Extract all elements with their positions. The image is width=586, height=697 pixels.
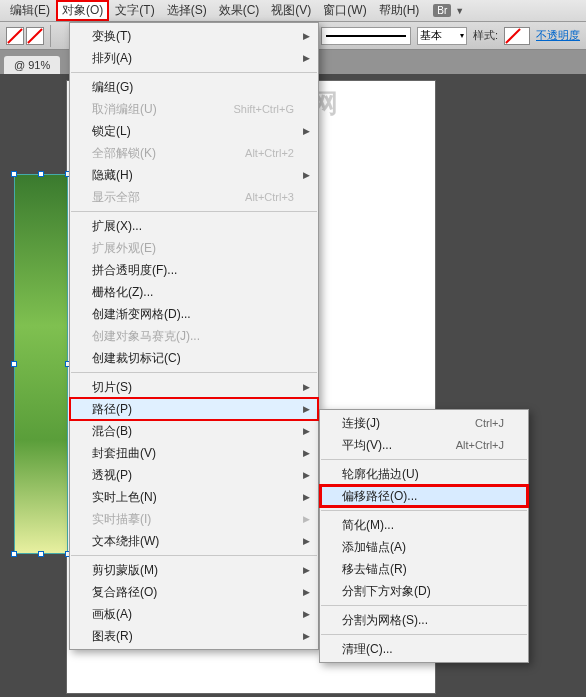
bridge-icon[interactable]: Br (433, 4, 451, 17)
menu-item-label: 栅格化(Z)... (92, 284, 294, 301)
menu-item-label: 封套扭曲(V) (92, 445, 294, 462)
menu-item-label: 取消编组(U) (92, 101, 233, 118)
menu-item-shortcut: Shift+Ctrl+G (233, 103, 294, 115)
bridge-dropdown-icon[interactable]: ▼ (455, 6, 464, 16)
menu-item[interactable]: 清理(C)... (320, 638, 528, 660)
menu-item[interactable]: 平均(V)...Alt+Ctrl+J (320, 434, 528, 456)
menu-separator (321, 510, 527, 511)
menu-window[interactable]: 窗口(W) (317, 0, 372, 21)
menu-item[interactable]: 连接(J)Ctrl+J (320, 412, 528, 434)
menu-item-label: 隐藏(H) (92, 167, 294, 184)
fill-stroke-swatches[interactable] (6, 27, 44, 45)
opacity-link[interactable]: 不透明度 (536, 28, 580, 43)
menu-item-label: 平均(V)... (342, 437, 456, 454)
menu-item[interactable]: 扩展(X)... (70, 215, 318, 237)
menu-item-label: 分割为网格(S)... (342, 612, 504, 629)
selection-handle[interactable] (11, 551, 17, 557)
menu-item-label: 创建对象马赛克(J)... (92, 328, 294, 345)
menu-item[interactable]: 分割下方对象(D) (320, 580, 528, 602)
selection-handle[interactable] (38, 551, 44, 557)
menu-separator (321, 459, 527, 460)
menu-item-label: 实时上色(N) (92, 489, 294, 506)
object-menu: 变换(T)排列(A)编组(G)取消编组(U)Shift+Ctrl+G锁定(L)全… (69, 22, 319, 650)
fill-swatch[interactable] (6, 27, 24, 45)
menu-item-label: 变换(T) (92, 28, 294, 45)
menu-item[interactable]: 文本绕排(W) (70, 530, 318, 552)
menu-item[interactable]: 切片(S) (70, 376, 318, 398)
menu-item-label: 画板(A) (92, 606, 294, 623)
menu-item-label: 文本绕排(W) (92, 533, 294, 550)
selection-handle[interactable] (11, 361, 17, 367)
menu-item-label: 连接(J) (342, 415, 475, 432)
menu-item[interactable]: 添加锚点(A) (320, 536, 528, 558)
menu-select[interactable]: 选择(S) (161, 0, 213, 21)
menu-item: 显示全部Alt+Ctrl+3 (70, 186, 318, 208)
menu-item-shortcut: Alt+Ctrl+J (456, 439, 504, 451)
selection-handle[interactable] (11, 171, 17, 177)
menu-item[interactable]: 透视(P) (70, 464, 318, 486)
separator (50, 25, 51, 47)
style-label: 样式: (473, 28, 498, 43)
menu-item-shortcut: Ctrl+J (475, 417, 504, 429)
menu-item[interactable]: 实时上色(N) (70, 486, 318, 508)
menu-item-label: 实时描摹(I) (92, 511, 294, 528)
menu-item-label: 添加锚点(A) (342, 539, 504, 556)
menu-view[interactable]: 视图(V) (265, 0, 317, 21)
menu-item-shortcut: Alt+Ctrl+3 (245, 191, 294, 203)
menu-item: 全部解锁(K)Alt+Ctrl+2 (70, 142, 318, 164)
menu-item[interactable]: 排列(A) (70, 47, 318, 69)
menu-item[interactable]: 锁定(L) (70, 120, 318, 142)
menu-item-label: 偏移路径(O)... (342, 488, 504, 505)
menu-separator (71, 555, 317, 556)
menu-object[interactable]: 对象(O) (56, 0, 109, 21)
menu-item-label: 移去锚点(R) (342, 561, 504, 578)
selection-handle[interactable] (38, 171, 44, 177)
menu-item[interactable]: 拼合透明度(F)... (70, 259, 318, 281)
menu-item-label: 图表(R) (92, 628, 294, 645)
menu-item[interactable]: 隐藏(H) (70, 164, 318, 186)
menu-item: 创建对象马赛克(J)... (70, 325, 318, 347)
menu-item-label: 全部解锁(K) (92, 145, 245, 162)
stroke-profile-dropdown[interactable]: 基本▾ (417, 27, 467, 45)
graphic-style-swatch[interactable] (504, 27, 530, 45)
menu-item[interactable]: 混合(B) (70, 420, 318, 442)
menu-item-label: 轮廓化描边(U) (342, 466, 504, 483)
menu-item-label: 复合路径(O) (92, 584, 294, 601)
menu-separator (321, 605, 527, 606)
menu-item[interactable]: 移去锚点(R) (320, 558, 528, 580)
menu-edit[interactable]: 编辑(E) (4, 0, 56, 21)
document-tab[interactable]: @ 91% (4, 56, 60, 74)
menu-item[interactable]: 创建渐变网格(D)... (70, 303, 318, 325)
menu-item[interactable]: 栅格化(Z)... (70, 281, 318, 303)
menu-item-label: 剪切蒙版(M) (92, 562, 294, 579)
selected-artwork[interactable] (14, 174, 68, 554)
menu-item[interactable]: 轮廓化描边(U) (320, 463, 528, 485)
stroke-style-display[interactable] (321, 27, 411, 45)
menu-separator (321, 634, 527, 635)
menu-item-label: 拼合透明度(F)... (92, 262, 294, 279)
menu-item-shortcut: Alt+Ctrl+2 (245, 147, 294, 159)
menu-item[interactable]: 偏移路径(O)... (320, 485, 528, 507)
menu-type[interactable]: 文字(T) (109, 0, 160, 21)
menu-item-label: 透视(P) (92, 467, 294, 484)
stroke-swatch[interactable] (26, 27, 44, 45)
menu-item[interactable]: 编组(G) (70, 76, 318, 98)
menu-help[interactable]: 帮助(H) (373, 0, 426, 21)
menu-item-label: 显示全部 (92, 189, 245, 206)
menu-item-label: 路径(P) (92, 401, 294, 418)
menu-item[interactable]: 简化(M)... (320, 514, 528, 536)
menu-item-label: 创建裁切标记(C) (92, 350, 294, 367)
menu-effect[interactable]: 效果(C) (213, 0, 266, 21)
menu-item[interactable]: 复合路径(O) (70, 581, 318, 603)
menu-separator (71, 211, 317, 212)
menu-item[interactable]: 画板(A) (70, 603, 318, 625)
menu-item[interactable]: 分割为网格(S)... (320, 609, 528, 631)
menu-item[interactable]: 图表(R) (70, 625, 318, 647)
menu-item[interactable]: 剪切蒙版(M) (70, 559, 318, 581)
menu-item-label: 清理(C)... (342, 641, 504, 658)
menu-item-label: 扩展外观(E) (92, 240, 294, 257)
menu-item[interactable]: 路径(P) (70, 398, 318, 420)
menu-item[interactable]: 创建裁切标记(C) (70, 347, 318, 369)
menu-item[interactable]: 封套扭曲(V) (70, 442, 318, 464)
menu-item[interactable]: 变换(T) (70, 25, 318, 47)
